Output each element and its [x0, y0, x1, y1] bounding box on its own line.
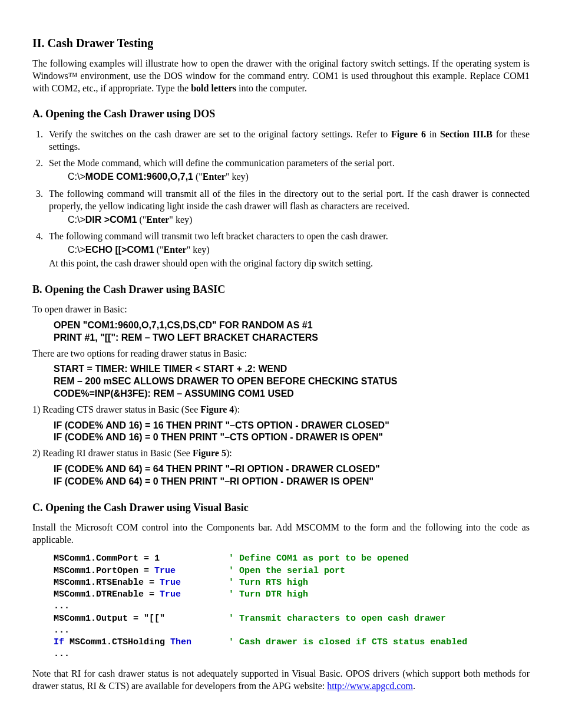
text: " key): [226, 172, 249, 182]
bold-text: Figure 5: [193, 448, 226, 458]
command: ECHO [[>COM1: [85, 245, 154, 255]
enter-key: Enter: [146, 215, 169, 225]
text: 2) Reading RI drawer status in Basic (Se…: [32, 448, 193, 458]
text: Set the Mode command, which will define …: [49, 158, 395, 168]
keyword: If: [54, 637, 64, 647]
subsection-b-heading: B. Opening the Cash Drawer using BASIC: [32, 283, 530, 297]
bold-text: Figure 6: [391, 129, 426, 139]
vb-code-block: MSComm1.CommPort = 1 ' Define COM1 as po…: [54, 553, 530, 660]
code-line: IF (CODE% AND 64) = 64 THEN PRINT "–RI O…: [54, 463, 530, 476]
text: At this point, the cash drawer should op…: [49, 258, 530, 270]
prompt: C:\>: [68, 215, 85, 225]
list-item: The following command will transmit all …: [45, 188, 530, 226]
paragraph: There are two options for reading drawer…: [32, 348, 530, 360]
paragraph: To open drawer in Basic:: [32, 304, 530, 316]
comment: ' Cash drawer is closed if CTS status en…: [229, 637, 467, 647]
code-line: IF (CODE% AND 16) = 0 THEN PRINT "–CTS O…: [54, 431, 530, 444]
keyword: True: [154, 566, 176, 576]
code-line: CODE%=INP(&H3FE): REM – ASSUMING COM1 US…: [54, 388, 530, 400]
comment: ' Define COM1 as port to be opened: [229, 554, 409, 564]
code-line: OPEN "COM1:9600,O,7,1,CS,DS,CD" FOR RAND…: [54, 319, 530, 332]
paragraph: Install the Microsoft COM control into t…: [32, 522, 530, 546]
text: .: [413, 681, 415, 691]
code: MSComm1.Output = "[[": [54, 614, 229, 624]
bold-text: Section III.B: [440, 129, 492, 139]
text: Note that RI for cash drawer status is n…: [32, 668, 530, 691]
prompt: C:\>: [68, 245, 85, 255]
bold-text: Figure 4: [200, 404, 234, 414]
command: DIR >COM1: [85, 215, 137, 225]
text: " key): [169, 215, 192, 225]
code-line: PRINT #1, "[[": REM – TWO LEFT BRACKET C…: [54, 332, 530, 344]
text: Verify the switches on the cash drawer a…: [49, 129, 391, 139]
text: ):: [226, 448, 232, 458]
intro-paragraph: The following examples will illustrate h…: [32, 58, 530, 94]
basic-code: IF (CODE% AND 16) = 16 THEN PRINT "–CTS …: [54, 420, 530, 444]
paragraph: 2) Reading RI drawer status in Basic (Se…: [32, 447, 530, 460]
pad: [191, 637, 229, 647]
code: MSComm1.DTREnable =: [54, 589, 160, 599]
code: MSComm1.CommPort = 1: [54, 554, 229, 564]
apg-website-link[interactable]: http://www.apgcd.com: [327, 681, 413, 691]
list-item: The following command will transmit two …: [45, 230, 530, 269]
comment: ' Transmit characters to open cash drawe…: [229, 614, 446, 624]
text: ):: [234, 404, 240, 414]
comment: ' Open the serial port: [229, 566, 345, 576]
paragraph: Note that RI for cash drawer status is n…: [32, 668, 530, 693]
code: MSComm1.PortOpen =: [54, 566, 154, 576]
prompt: C:\>: [68, 172, 85, 182]
bold-text: bold letters: [191, 83, 236, 93]
text: " key): [187, 245, 210, 255]
subsection-a-heading: A. Opening the Cash Drawer using DOS: [32, 107, 530, 121]
keyword: True: [160, 578, 181, 588]
list-item: Verify the switches on the cash drawer a…: [45, 129, 530, 153]
text: (": [137, 215, 146, 225]
pad: [181, 578, 229, 588]
enter-key: Enter: [203, 172, 226, 182]
text: into the computer.: [236, 83, 307, 93]
keyword: True: [160, 589, 181, 599]
pad: [176, 566, 229, 576]
paragraph: 1) Reading CTS drawer status in Basic (S…: [32, 404, 530, 416]
text: The following command will transmit two …: [49, 231, 388, 241]
code: ...: [54, 649, 70, 659]
section-heading: II. Cash Drawer Testing: [32, 35, 530, 51]
basic-code: OPEN "COM1:9600,O,7,1,CS,DS,CD" FOR RAND…: [54, 319, 530, 344]
keyword: Then: [170, 637, 191, 647]
code: ...: [54, 625, 70, 635]
basic-code: START = TIMER: WHILE TIMER < START + .2:…: [54, 363, 530, 400]
dos-steps-list: Verify the switches on the cash drawer a…: [32, 129, 530, 270]
enter-key: Enter: [164, 245, 187, 255]
command: MODE COM1:9600,O,7,1: [85, 172, 193, 182]
text: (": [193, 172, 203, 182]
code-line: IF (CODE% AND 16) = 16 THEN PRINT "–CTS …: [54, 420, 530, 432]
text: (": [154, 245, 164, 255]
code: ...: [54, 601, 70, 611]
comment: ' Turn RTS high: [229, 578, 308, 588]
command-line: C:\>ECHO [[>COM1 ("Enter" key): [68, 244, 530, 256]
text: in: [426, 129, 440, 139]
list-item: Set the Mode command, which will define …: [45, 157, 530, 183]
code-line: IF (CODE% AND 64) = 0 THEN PRINT "–RI OP…: [54, 476, 530, 488]
code-line: REM – 200 mSEC ALLOWS DRAWER TO OPEN BEF…: [54, 375, 530, 388]
code: MSComm1.CTSHolding: [64, 637, 170, 647]
text: The following command will transmit all …: [49, 189, 530, 211]
basic-code: IF (CODE% AND 64) = 64 THEN PRINT "–RI O…: [54, 463, 530, 488]
pad: [181, 589, 229, 599]
comment: ' Turn DTR high: [229, 589, 308, 599]
code-line: START = TIMER: WHILE TIMER < START + .2:…: [54, 363, 530, 375]
command-line: C:\>DIR >COM1 ("Enter" key): [68, 214, 530, 226]
subsection-c-heading: C. Opening the Cash Drawer using Visual …: [32, 501, 530, 515]
code: MSComm1.RTSEnable =: [54, 578, 160, 588]
text: 1) Reading CTS drawer status in Basic (S…: [32, 404, 200, 414]
command-line: C:\>MODE COM1:9600,O,7,1 ("Enter" key): [68, 171, 530, 183]
